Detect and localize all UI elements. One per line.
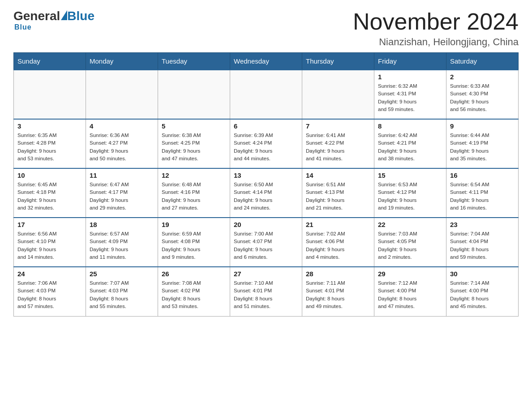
day-number: 3: [17, 122, 82, 130]
day-number: 30: [450, 270, 515, 278]
calendar-cell: 25Sunrise: 7:07 AM Sunset: 4:03 PM Dayli…: [86, 267, 158, 316]
logo-underline: Blue: [14, 23, 32, 31]
day-info: Sunrise: 7:02 AM Sunset: 4:06 PM Dayligh…: [306, 230, 370, 261]
calendar-cell: 15Sunrise: 6:53 AM Sunset: 4:12 PM Dayli…: [374, 168, 446, 218]
calendar-cell: 2Sunrise: 6:33 AM Sunset: 4:30 PM Daylig…: [446, 70, 519, 119]
calendar-cell: [302, 70, 374, 119]
calendar-cell: 26Sunrise: 7:08 AM Sunset: 4:02 PM Dayli…: [158, 267, 230, 316]
day-of-week-header: Saturday: [446, 53, 519, 70]
day-info: Sunrise: 6:54 AM Sunset: 4:11 PM Dayligh…: [450, 181, 515, 212]
day-info: Sunrise: 6:39 AM Sunset: 4:24 PM Dayligh…: [234, 132, 298, 163]
day-number: 2: [450, 73, 515, 81]
day-of-week-header: Thursday: [302, 53, 374, 70]
day-info: Sunrise: 7:03 AM Sunset: 4:05 PM Dayligh…: [378, 230, 442, 261]
day-of-week-header: Tuesday: [158, 53, 230, 70]
day-info: Sunrise: 6:36 AM Sunset: 4:27 PM Dayligh…: [90, 132, 154, 163]
day-info: Sunrise: 6:33 AM Sunset: 4:30 PM Dayligh…: [450, 82, 515, 113]
calendar-cell: 18Sunrise: 6:57 AM Sunset: 4:09 PM Dayli…: [86, 218, 158, 267]
calendar-cell: 17Sunrise: 6:56 AM Sunset: 4:10 PM Dayli…: [14, 218, 86, 267]
week-row: 3Sunrise: 6:35 AM Sunset: 4:28 PM Daylig…: [14, 119, 519, 168]
day-info: Sunrise: 6:59 AM Sunset: 4:08 PM Dayligh…: [162, 230, 226, 261]
calendar-cell: 27Sunrise: 7:10 AM Sunset: 4:01 PM Dayli…: [230, 267, 302, 316]
day-info: Sunrise: 6:47 AM Sunset: 4:17 PM Dayligh…: [90, 181, 154, 212]
day-info: Sunrise: 6:32 AM Sunset: 4:31 PM Dayligh…: [378, 82, 442, 113]
day-number: 28: [306, 270, 370, 278]
day-number: 4: [90, 122, 154, 130]
day-number: 29: [378, 270, 442, 278]
day-number: 26: [162, 270, 226, 278]
week-row: 24Sunrise: 7:06 AM Sunset: 4:03 PM Dayli…: [14, 267, 519, 316]
day-info: Sunrise: 6:41 AM Sunset: 4:22 PM Dayligh…: [306, 132, 370, 163]
calendar-cell: 11Sunrise: 6:47 AM Sunset: 4:17 PM Dayli…: [86, 168, 158, 218]
calendar-cell: [14, 70, 86, 119]
day-number: 16: [450, 171, 515, 179]
day-number: 13: [234, 171, 298, 179]
day-info: Sunrise: 6:44 AM Sunset: 4:19 PM Dayligh…: [450, 132, 515, 163]
day-number: 23: [450, 221, 515, 228]
calendar-cell: 12Sunrise: 6:48 AM Sunset: 4:16 PM Dayli…: [158, 168, 230, 218]
day-number: 6: [234, 122, 298, 130]
logo: General Blue Blue: [13, 9, 94, 31]
calendar-cell: 5Sunrise: 6:38 AM Sunset: 4:25 PM Daylig…: [158, 119, 230, 168]
day-number: 14: [306, 171, 370, 179]
calendar-cell: 23Sunrise: 7:04 AM Sunset: 4:04 PM Dayli…: [446, 218, 519, 267]
week-row: 10Sunrise: 6:45 AM Sunset: 4:18 PM Dayli…: [14, 168, 519, 218]
calendar-cell: 3Sunrise: 6:35 AM Sunset: 4:28 PM Daylig…: [14, 119, 86, 168]
logo-blue-text: Blue: [67, 9, 94, 23]
calendar-cell: 14Sunrise: 6:51 AM Sunset: 4:13 PM Dayli…: [302, 168, 374, 218]
day-info: Sunrise: 6:45 AM Sunset: 4:18 PM Dayligh…: [17, 181, 82, 212]
week-row: 1Sunrise: 6:32 AM Sunset: 4:31 PM Daylig…: [14, 70, 519, 119]
day-number: 1: [378, 73, 442, 81]
page-header: General Blue Blue November 2024 Nianzish…: [13, 9, 519, 48]
calendar-title-area: November 2024 Nianzishan, Heilongjiang, …: [353, 9, 519, 48]
day-number: 19: [162, 221, 226, 228]
day-of-week-header: Friday: [374, 53, 446, 70]
day-number: 10: [17, 171, 82, 179]
day-of-week-header: Wednesday: [230, 53, 302, 70]
day-info: Sunrise: 6:56 AM Sunset: 4:10 PM Dayligh…: [17, 230, 82, 261]
day-number: 21: [306, 221, 370, 228]
days-of-week-row: SundayMondayTuesdayWednesdayThursdayFrid…: [14, 53, 519, 70]
day-info: Sunrise: 6:35 AM Sunset: 4:28 PM Dayligh…: [17, 132, 82, 163]
calendar-cell: 19Sunrise: 6:59 AM Sunset: 4:08 PM Dayli…: [158, 218, 230, 267]
day-number: 25: [90, 270, 154, 278]
calendar-cell: [86, 70, 158, 119]
location-title: Nianzishan, Heilongjiang, China: [353, 36, 519, 48]
calendar-cell: 21Sunrise: 7:02 AM Sunset: 4:06 PM Dayli…: [302, 218, 374, 267]
day-info: Sunrise: 6:42 AM Sunset: 4:21 PM Dayligh…: [378, 132, 442, 163]
day-info: Sunrise: 7:14 AM Sunset: 4:00 PM Dayligh…: [450, 279, 515, 310]
calendar-cell: 4Sunrise: 6:36 AM Sunset: 4:27 PM Daylig…: [86, 119, 158, 168]
day-number: 27: [234, 270, 298, 278]
day-number: 15: [378, 171, 442, 179]
day-number: 11: [90, 171, 154, 179]
day-number: 7: [306, 122, 370, 130]
calendar-cell: 13Sunrise: 6:50 AM Sunset: 4:14 PM Dayli…: [230, 168, 302, 218]
calendar-cell: 9Sunrise: 6:44 AM Sunset: 4:19 PM Daylig…: [446, 119, 519, 168]
day-number: 20: [234, 221, 298, 228]
day-info: Sunrise: 7:00 AM Sunset: 4:07 PM Dayligh…: [234, 230, 298, 261]
day-of-week-header: Monday: [86, 53, 158, 70]
calendar-cell: 8Sunrise: 6:42 AM Sunset: 4:21 PM Daylig…: [374, 119, 446, 168]
day-info: Sunrise: 7:11 AM Sunset: 4:01 PM Dayligh…: [306, 279, 370, 310]
week-row: 17Sunrise: 6:56 AM Sunset: 4:10 PM Dayli…: [14, 218, 519, 267]
calendar-cell: 1Sunrise: 6:32 AM Sunset: 4:31 PM Daylig…: [374, 70, 446, 119]
day-number: 9: [450, 122, 515, 130]
day-info: Sunrise: 7:07 AM Sunset: 4:03 PM Dayligh…: [90, 279, 154, 310]
day-of-week-header: Sunday: [14, 53, 86, 70]
day-info: Sunrise: 6:57 AM Sunset: 4:09 PM Dayligh…: [90, 230, 154, 261]
day-info: Sunrise: 7:06 AM Sunset: 4:03 PM Dayligh…: [17, 279, 82, 310]
day-number: 24: [17, 270, 82, 278]
day-info: Sunrise: 6:53 AM Sunset: 4:12 PM Dayligh…: [378, 181, 442, 212]
calendar-cell: [158, 70, 230, 119]
calendar-cell: 30Sunrise: 7:14 AM Sunset: 4:00 PM Dayli…: [446, 267, 519, 316]
day-info: Sunrise: 6:48 AM Sunset: 4:16 PM Dayligh…: [162, 181, 226, 212]
day-number: 17: [17, 221, 82, 228]
day-info: Sunrise: 7:04 AM Sunset: 4:04 PM Dayligh…: [450, 230, 515, 261]
day-number: 18: [90, 221, 154, 228]
day-number: 12: [162, 171, 226, 179]
day-info: Sunrise: 6:51 AM Sunset: 4:13 PM Dayligh…: [306, 181, 370, 212]
calendar-table: SundayMondayTuesdayWednesdayThursdayFrid…: [13, 52, 519, 317]
day-info: Sunrise: 6:38 AM Sunset: 4:25 PM Dayligh…: [162, 132, 226, 163]
day-info: Sunrise: 6:50 AM Sunset: 4:14 PM Dayligh…: [234, 181, 298, 212]
calendar-cell: 20Sunrise: 7:00 AM Sunset: 4:07 PM Dayli…: [230, 218, 302, 267]
